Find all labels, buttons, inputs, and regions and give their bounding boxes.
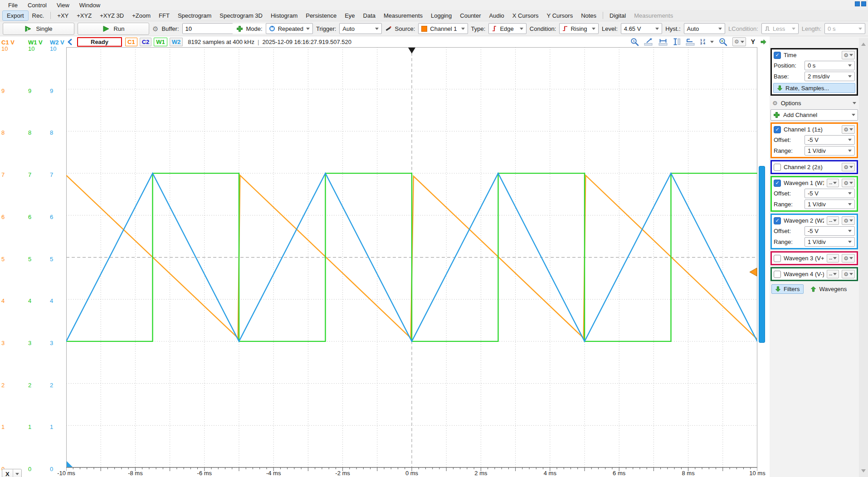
tab-fft[interactable]: FFT xyxy=(155,11,174,20)
single-button[interactable]: 1 Single xyxy=(3,23,74,35)
channel-gear-button[interactable]: ⚙ xyxy=(842,179,855,187)
rate-samples-button[interactable]: Rate, Samples... xyxy=(773,83,855,93)
enable-checkbox-wavegen-1-w1[interactable]: ✓ xyxy=(774,180,781,187)
position-select[interactable]: 0 s xyxy=(805,61,855,70)
enable-checkbox-wavegen-3-v[interactable] xyxy=(774,255,781,262)
buffer-gear-icon[interactable]: ⚙ xyxy=(152,25,158,32)
source-select[interactable]: Channel 1 xyxy=(418,23,468,34)
tab-xyz[interactable]: +XYZ xyxy=(73,11,96,20)
trigger-select[interactable]: Auto xyxy=(339,23,381,34)
base-select[interactable]: 2 ms/div xyxy=(805,72,855,81)
tab-zoom[interactable]: +Zoom xyxy=(128,11,155,20)
tab-y-cursors[interactable]: Y Cursors xyxy=(543,11,577,20)
channel-badge-c2[interactable]: C2 xyxy=(140,38,152,46)
tab-eye[interactable]: Eye xyxy=(341,11,359,20)
trigger-level-marker[interactable] xyxy=(750,268,757,276)
tab-histogram[interactable]: Histogram xyxy=(267,11,302,20)
x-axis-selector[interactable]: X xyxy=(2,469,22,477)
time-checkbox[interactable]: ✓ xyxy=(774,52,781,59)
tab-measurements[interactable]: Measurements xyxy=(380,11,427,20)
wave-select-button[interactable]: -- xyxy=(827,254,839,263)
menu-control[interactable]: Control xyxy=(23,1,51,10)
add-mode-icon[interactable] xyxy=(236,25,243,32)
wave-select-button[interactable]: -- xyxy=(827,270,839,278)
tab-xyz-3d[interactable]: +XYZ 3D xyxy=(96,11,128,20)
offset-select[interactable]: -5 V xyxy=(805,189,855,198)
offset-label: Offset: xyxy=(774,190,803,197)
zoom-fit-icon[interactable]: 1 xyxy=(630,38,639,46)
tab-digital[interactable]: Digital xyxy=(605,11,630,20)
channel-gear-button[interactable]: ⚙ xyxy=(842,125,855,134)
tab-spectrogram[interactable]: Spectrogram xyxy=(174,11,215,20)
menu-file[interactable]: File xyxy=(4,1,22,10)
y-axis-button[interactable]: Y xyxy=(751,38,755,45)
range-select[interactable]: 1 V/div xyxy=(805,200,855,209)
channel-badge-w1[interactable]: W1 xyxy=(154,38,167,46)
time-gear-button[interactable]: ⚙ xyxy=(842,51,855,59)
range-select[interactable]: 1 V/div xyxy=(805,146,855,156)
tab-notes[interactable]: Notes xyxy=(577,11,600,20)
add-channel-button[interactable]: Add Channel xyxy=(770,109,858,121)
tab-x-cursors[interactable]: X Cursors xyxy=(508,11,543,20)
wave-select-button[interactable]: -- xyxy=(827,216,839,225)
menu-window[interactable]: Window xyxy=(75,1,105,10)
enable-checkbox-wavegen-4-v[interactable] xyxy=(774,271,781,278)
trigger-position-marker[interactable] xyxy=(408,48,415,54)
dock-window-icon[interactable] xyxy=(855,1,860,6)
measure-pointer-icon[interactable] xyxy=(644,38,653,46)
options-dropdown[interactable]: ⚙ Options xyxy=(770,97,859,109)
measure-horizontal-icon[interactable] xyxy=(658,38,668,46)
scroll-down-icon[interactable] xyxy=(861,469,866,472)
tab-spectrogram-3d[interactable]: Spectrogram 3D xyxy=(215,11,267,20)
zoom-in-icon[interactable]: + xyxy=(719,38,727,46)
channel-gear-button[interactable]: ⚙ xyxy=(842,163,855,171)
panel-scrollbar[interactable] xyxy=(859,38,868,477)
level-select[interactable]: 4.65 V xyxy=(621,23,663,34)
run-button[interactable]: Run xyxy=(78,23,149,35)
tab-audio[interactable]: Audio xyxy=(485,11,508,20)
channel-gear-button[interactable]: ⚙ xyxy=(842,216,855,225)
float-window-icon[interactable] xyxy=(861,1,866,6)
tab-rec[interactable]: Rec. xyxy=(28,11,49,20)
mode-select[interactable]: Repeated xyxy=(266,23,313,34)
offset-value: -5 V xyxy=(808,228,845,234)
offset-select[interactable]: -5 V xyxy=(805,135,855,145)
tab-data[interactable]: Data xyxy=(359,11,380,20)
tab-xy[interactable]: +XY xyxy=(53,11,73,20)
channel-badge-c1[interactable]: C1 xyxy=(125,38,137,46)
tab-logging[interactable]: Logging xyxy=(427,11,456,20)
waveform-plot[interactable] xyxy=(66,47,757,477)
measure-edge-icon[interactable] xyxy=(686,38,695,46)
condition-select[interactable]: Rising xyxy=(559,23,599,34)
plot-gear-button[interactable]: ⚙ xyxy=(732,37,746,46)
type-select[interactable]: Edge xyxy=(488,23,526,34)
quad-view-icon[interactable]: 1 23 4 xyxy=(700,39,705,45)
tab-export[interactable]: Export xyxy=(3,11,28,20)
offset-select[interactable]: -5 V xyxy=(805,226,855,236)
wavegen2-position-marker[interactable] xyxy=(67,461,73,467)
tab-counter[interactable]: Counter xyxy=(456,11,485,20)
wavegens-button[interactable]: Wavegens xyxy=(809,285,848,293)
enable-checkbox-channel-1-1[interactable]: ✓ xyxy=(774,126,781,133)
collapse-panel-icon[interactable] xyxy=(67,39,72,45)
vertical-position-scrollbar[interactable] xyxy=(759,166,765,343)
measure-vertical-icon[interactable] xyxy=(673,38,681,46)
y-tick-label: 2 xyxy=(28,382,46,389)
enable-checkbox-wavegen-2-w2[interactable]: ✓ xyxy=(774,217,781,224)
filters-button[interactable]: Filters xyxy=(771,284,804,294)
tab-persistence[interactable]: Persistence xyxy=(302,11,341,20)
next-channel-arrow-icon[interactable] xyxy=(760,39,767,45)
enable-checkbox-channel-2-2[interactable] xyxy=(774,164,781,171)
buffer-stepper: ▲▼ xyxy=(182,23,233,34)
trigger-source-icon[interactable] xyxy=(385,25,392,32)
range-select[interactable]: 1 V/div xyxy=(805,237,855,247)
menu-view[interactable]: View xyxy=(52,1,74,10)
channel-badge-w2[interactable]: W2 xyxy=(170,38,183,46)
scroll-up-icon[interactable] xyxy=(861,43,866,46)
channel-gear-button[interactable]: ⚙ xyxy=(842,254,855,263)
channel-gear-button[interactable]: ⚙ xyxy=(842,270,855,278)
y-tick-label: 4 xyxy=(50,297,68,304)
plot-options-chevron-icon[interactable] xyxy=(710,41,714,43)
hysteresis-select[interactable]: Auto xyxy=(684,23,726,34)
wave-select-button[interactable]: -- xyxy=(827,179,839,187)
